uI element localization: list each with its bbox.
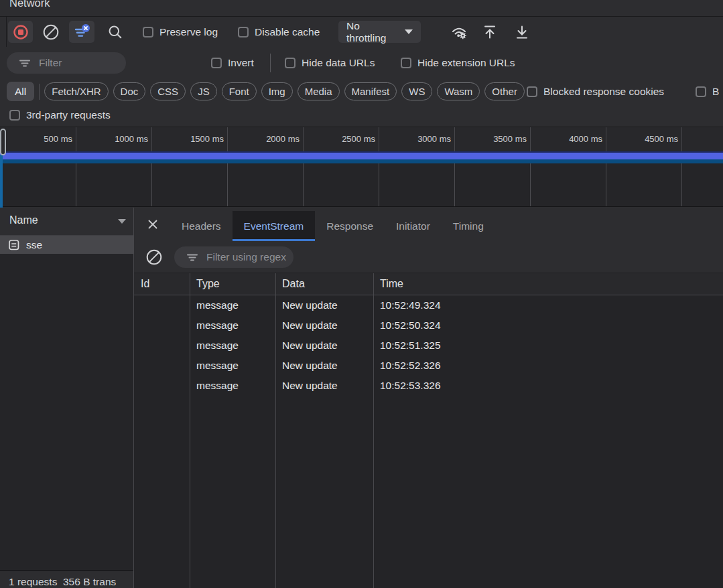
third-party-group: 3rd-party requests [9,104,111,127]
preserve-log-group: Preserve log [143,17,218,47]
overview-request-bar[interactable] [0,151,723,163]
detail-tab-strip: Headers EventStream Response Initiator T… [134,208,723,241]
eventstream-toolbar [134,241,723,273]
blocked-cookies-group: Blocked response cookies [527,79,664,104]
blocked-requests-label: B [712,86,719,98]
preserve-log-label: Preserve log [159,26,218,38]
type-filter-img[interactable]: Img [261,82,293,100]
network-toolbar: Preserve log Disable cache No throttling [0,17,723,47]
search-button[interactable] [103,21,128,43]
hide-data-urls-checkbox[interactable] [285,58,295,68]
event-row[interactable]: message New update 10:52:51.325 [134,336,723,356]
import-har-icon [481,23,499,41]
caret-down-icon [405,29,413,34]
type-filter-fetch-xhr[interactable]: Fetch/XHR [44,82,108,100]
tick-label: 4500 ms [608,134,678,144]
disable-cache-group: Disable cache [238,17,320,47]
filter-bar: Invert Hide data URLs Hide extension URL… [0,47,723,79]
clear-network-log-button[interactable] [38,21,64,43]
tick-label: 4000 ms [533,134,602,144]
throttling-select[interactable]: No throttling [338,21,421,43]
overview-drag-handle[interactable] [0,129,6,155]
record-button[interactable] [8,21,33,43]
tick-label: 2500 ms [306,134,375,144]
eventstream-table: Id Type Data Time message New update 10:… [134,273,723,588]
invert-checkbox[interactable] [211,58,222,68]
disable-cache-label: Disable cache [255,26,320,38]
blocked-requests-checkbox[interactable] [696,86,706,97]
request-detail-pane: Headers EventStream Response Initiator T… [134,208,723,588]
disable-cache-checkbox[interactable] [238,27,249,38]
tick-label: 3000 ms [381,134,451,144]
blocked-requests-group: B [696,79,719,104]
column-header-time[interactable]: Time [373,273,723,295]
tab-eventstream[interactable]: EventStream [233,211,316,241]
type-filter-media[interactable]: Media [298,82,340,100]
event-row[interactable]: message New update 10:52:53.326 [134,376,723,396]
third-party-label: 3rd-party requests [26,109,111,121]
close-detail-button[interactable] [145,216,161,232]
hide-extension-urls-group: Hide extension URLs [401,47,515,79]
type-filter-wasm[interactable]: Wasm [437,82,480,100]
chip-separator [39,84,40,100]
close-icon [146,218,159,231]
filter-toggle-button[interactable] [69,21,94,43]
eventstream-table-header: Id Type Data Time [134,273,723,295]
event-row[interactable]: message New update 10:52:49.324 [134,295,723,315]
request-row-sse[interactable]: sse [0,236,133,254]
overview-grid [0,163,723,207]
invert-group: Invert [211,47,254,79]
type-filter-doc[interactable]: Doc [113,82,146,100]
network-filter-input[interactable] [39,57,126,69]
request-type-filters: All Fetch/XHR Doc CSS JS Font Img Media … [0,79,723,104]
record-icon [12,23,29,41]
export-har-button[interactable] [509,21,535,43]
network-conditions-button[interactable] [446,21,472,43]
document-icon [8,239,20,251]
blocked-response-cookies-label: Blocked response cookies [543,86,664,98]
clear-icon [42,23,60,41]
eventstream-filter-wrap [174,246,293,268]
type-filter-manifest[interactable]: Manifest [344,82,397,100]
hide-extension-urls-checkbox[interactable] [401,58,411,68]
clear-events-button[interactable] [145,248,163,266]
tick-label: 1000 ms [78,134,148,144]
column-header-id[interactable]: Id [134,273,190,295]
hide-data-urls-label: Hide data URLs [302,57,375,69]
overview-selection-edge [0,155,3,208]
tick-label: 3500 ms [457,134,527,144]
invert-label: Invert [228,57,254,69]
tick-label: 2000 ms [230,134,300,144]
third-party-checkbox[interactable] [9,110,20,121]
type-filter-js[interactable]: JS [190,82,217,100]
import-har-button[interactable] [477,21,503,43]
eventstream-filter-input[interactable] [206,251,293,263]
sort-arrow-icon [118,219,126,224]
name-column-header[interactable]: Name [0,208,133,236]
tab-response[interactable]: Response [315,211,385,241]
blocked-response-cookies-checkbox[interactable] [527,86,537,97]
preserve-log-checkbox[interactable] [143,27,153,38]
third-party-row: 3rd-party requests [0,104,723,127]
event-row[interactable]: message New update 10:52:52.326 [134,356,723,376]
filter-icon [73,23,90,41]
event-row[interactable]: message New update 10:52:50.324 [134,315,723,336]
export-har-icon [513,23,531,41]
column-header-type[interactable]: Type [190,273,275,295]
tick-label: 1500 ms [154,134,224,144]
timeline-ruler[interactable]: 500 ms 1000 ms 1500 ms 2000 ms 2500 ms 3… [0,127,723,151]
type-filter-css[interactable]: CSS [150,82,186,100]
type-filter-other[interactable]: Other [484,82,525,100]
tab-timing[interactable]: Timing [442,211,495,241]
throttling-value: No throttling [346,20,398,44]
tab-headers[interactable]: Headers [170,211,233,241]
panel-title: Network [9,0,50,9]
type-filter-font[interactable]: Font [222,82,257,100]
type-filter-ws[interactable]: WS [401,82,432,100]
hide-data-urls-group: Hide data URLs [285,47,375,79]
tab-initiator[interactable]: Initiator [385,211,442,241]
network-panel: Network [0,0,723,588]
column-header-data[interactable]: Data [275,273,373,295]
search-icon [107,23,124,41]
type-filter-all[interactable]: All [7,82,34,101]
